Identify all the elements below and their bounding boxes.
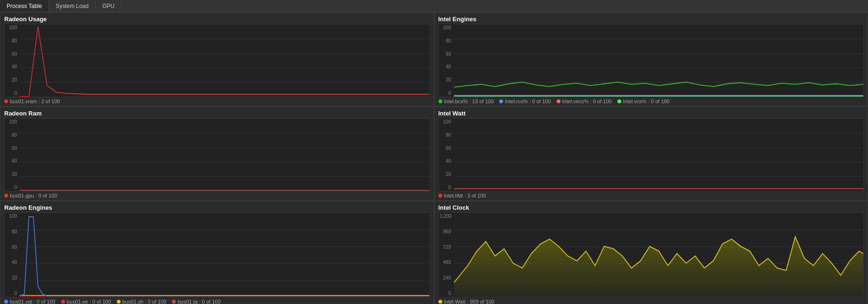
tab-system-load[interactable]: System Load [49, 0, 96, 12]
intel-clock-chart: 1,200 960 720 480 240 0 [438, 212, 864, 297]
svg-marker-0 [454, 237, 864, 297]
intel-clock-y-axis: 1,200 960 720 480 240 0 [439, 213, 454, 297]
radeon-ram-svg [20, 118, 430, 191]
legend-dot-bus01-vram [4, 99, 8, 103]
tab-process-table[interactable]: Process Table [0, 0, 49, 12]
legend-dot-bus01-ta [172, 300, 176, 304]
panel-radeon-usage: Radeon Usage 100 80 60 40 20 0 [0, 12, 434, 107]
intel-engines-title: Intel Engines [438, 16, 864, 23]
intel-watt-svg [454, 118, 864, 191]
panel-intel-engines: Intel Engines 100 80 60 40 20 0 [434, 12, 868, 107]
panel-intel-clock: Intel Clock 1,200 960 720 480 240 0 [434, 201, 868, 304]
legend-item-intel-fatt: Intel.fAtt : 3 of 100 [438, 193, 486, 198]
radeon-engines-y-axis: 100 80 60 40 20 0 [5, 213, 20, 297]
intel-watt-y-axis: 100 80 60 40 20 0 [439, 118, 454, 191]
intel-engines-svg [454, 24, 864, 97]
legend-item-intel-watt: Intel.Watt : 909 of 100 [438, 299, 495, 304]
intel-watt-chart: 100 80 60 40 20 0 [438, 118, 864, 191]
radeon-engines-chart: 100 80 60 40 20 0 [4, 212, 430, 297]
main-content: Radeon Usage 100 80 60 40 20 0 [0, 12, 868, 304]
legend-dot-bus01-vgt [4, 300, 8, 304]
radeon-engines-title: Radeon Engines [4, 204, 430, 211]
intel-clock-legend: Intel.Watt : 909 of 100 [438, 297, 864, 304]
radeon-usage-y-axis: 100 80 60 40 20 0 [5, 24, 20, 97]
legend-dot-bus01-sh [117, 300, 121, 304]
tab-bar: Process Table System Load GPU [0, 0, 868, 12]
radeon-usage-legend: bus01.vram : 2 of 100 [4, 97, 430, 104]
legend-dot-intel-vecs [557, 99, 560, 103]
legend-item-bus01-vram: bus01.vram : 2 of 100 [4, 99, 60, 104]
radeon-ram-y-axis: 100 80 60 40 20 0 [5, 118, 20, 191]
legend-dot-intel-bcs [438, 99, 442, 103]
radeon-ram-legend: bus01.gpu : 0 of 100 [4, 191, 430, 198]
legend-dot-bus01-ee [61, 300, 65, 304]
legend-dot-intel-rcs [499, 99, 503, 103]
intel-watt-title: Intel Watt [438, 110, 864, 117]
legend-dot-intel-fatt [438, 194, 442, 197]
legend-dot-intel-vcs [617, 99, 621, 103]
radeon-ram-title: Radeon Ram [4, 110, 430, 117]
radeon-engines-svg [20, 213, 430, 297]
radeon-usage-title: Radeon Usage [4, 16, 430, 23]
radeon-usage-chart: 100 80 60 40 20 0 [4, 24, 430, 97]
intel-engines-y-axis: 100 80 60 40 20 0 [439, 24, 454, 97]
legend-item-intel-rcs: Intel.rcs% : 0 of 100 [499, 99, 551, 104]
legend-item-bus01-gpu: bus01.gpu : 0 of 100 [4, 193, 57, 198]
legend-item-bus01-ta: bus01.ta : 0 of 100 [172, 299, 220, 304]
panel-radeon-engines: Radeon Engines 100 80 60 40 20 0 [0, 201, 434, 304]
intel-clock-svg [454, 213, 864, 297]
legend-item-intel-vcs: Intel.vcs% : 0 of 100 [617, 99, 670, 104]
radeon-usage-svg [20, 24, 430, 97]
intel-engines-chart: 100 80 60 40 20 0 [438, 24, 864, 97]
legend-dot-intel-watt [438, 300, 442, 304]
legend-item-bus01-vgt: bus01.vgt : 0 of 100 [4, 299, 56, 304]
legend-item-intel-bcs: Intel.bcs% : 13 of 100 [438, 99, 494, 104]
legend-item-bus01-sh: bus01.sh : 0 of 100 [117, 299, 167, 304]
legend-dot-bus01-gpu [4, 194, 8, 197]
intel-engines-legend: Intel.bcs% : 13 of 100 Intel.rcs% : 0 of… [438, 97, 864, 104]
legend-item-intel-vecs: Intel.vecs% : 0 of 100 [557, 99, 612, 104]
radeon-engines-legend: bus01.vgt : 0 of 100 bus01.ee : 0 of 100… [4, 297, 430, 304]
legend-item-bus01-ee: bus01.ee : 0 of 100 [61, 299, 111, 304]
radeon-ram-chart: 100 80 60 40 20 0 [4, 118, 430, 191]
intel-clock-title: Intel Clock [438, 204, 864, 211]
panel-intel-watt: Intel Watt 100 80 60 40 20 0 [434, 107, 868, 201]
tab-gpu[interactable]: GPU [96, 0, 122, 12]
intel-watt-legend: Intel.fAtt : 3 of 100 [438, 191, 864, 198]
panel-radeon-ram: Radeon Ram 100 80 60 40 20 0 [0, 107, 434, 201]
